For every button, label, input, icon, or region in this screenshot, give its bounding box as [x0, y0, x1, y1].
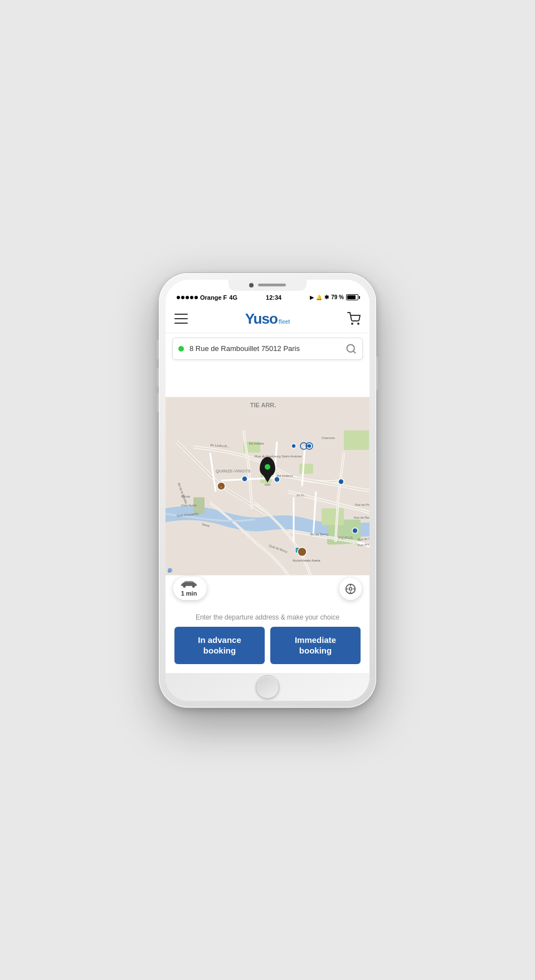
bottom-section: Enter the departure address & make your … [166, 608, 369, 673]
car-icon [180, 580, 198, 590]
car-time-label: 1 min [181, 590, 197, 597]
location-dot-icon [178, 346, 184, 352]
app-logo: Yusofleet [245, 310, 290, 328]
svg-point-15 [242, 476, 247, 481]
immediate-booking-button[interactable]: Immediatebooking [270, 627, 361, 664]
pin-shadow [264, 484, 271, 486]
speaker [258, 284, 286, 286]
svg-text:Rue de Picpus: Rue de Picpus [355, 503, 369, 506]
svg-rect-10 [299, 464, 313, 474]
svg-text:QUINZE-VINGTS: QUINZE-VINGTS [216, 468, 251, 473]
svg-text:Bd de Bercy: Bd de Bercy [310, 532, 329, 535]
carrier-label: Orange F [200, 294, 227, 301]
location-button[interactable] [339, 578, 362, 600]
svg-text:Bd Voltaire: Bd Voltaire [249, 441, 264, 445]
svg-point-13 [338, 479, 344, 484]
menu-button[interactable] [174, 314, 188, 324]
svg-text:Av D...: Av D... [296, 493, 307, 496]
svg-point-0 [352, 323, 353, 324]
status-bar: Orange F 4G 12:34 ▶ 🔔 ✱ 79 % [166, 290, 369, 305]
svg-text:PICPUS: PICPUS [338, 535, 353, 539]
cart-button[interactable] [347, 312, 361, 325]
svg-rect-6 [322, 508, 344, 525]
phone-screen: Orange F 4G 12:34 ▶ 🔔 ✱ 79 % [166, 280, 369, 701]
app-header: Yusofleet [166, 305, 369, 333]
address-text: 8 Rue de Rambouillet 75012 Paris [189, 344, 340, 353]
map-pin [260, 457, 275, 486]
home-button-area [166, 673, 369, 701]
svg-point-18 [307, 443, 312, 448]
svg-text:Charonne: Charonne [322, 436, 335, 439]
svg-point-53 [349, 587, 352, 590]
instruction-text: Enter the departure address & make your … [174, 613, 361, 621]
battery-percent: 79 % [331, 294, 344, 300]
svg-text:Cent-Auriol: Cent-Auriol [181, 503, 197, 506]
search-icon[interactable] [346, 343, 357, 354]
alarm-icon: 🔔 [316, 295, 322, 300]
svg-point-14 [352, 528, 358, 533]
map-svg: i QUINZE-VINGTS PICPUS AccorHotels Arena… [166, 364, 369, 608]
svg-text:Mazas: Mazas [181, 494, 190, 498]
network-label: 4G [229, 294, 237, 301]
advance-booking-button[interactable]: In advancebooking [174, 627, 265, 664]
svg-rect-8 [344, 430, 369, 450]
location-icon: ▶ [310, 295, 314, 300]
booking-buttons: In advancebooking Immediatebooking [174, 627, 361, 664]
status-right: ▶ 🔔 ✱ 79 % [310, 294, 358, 300]
svg-text:Bd Diderot: Bd Diderot [277, 474, 293, 477]
svg-point-47 [168, 568, 172, 572]
signal-strength [177, 296, 198, 299]
bluetooth-icon: ✱ [324, 294, 329, 300]
pin-body [260, 457, 275, 477]
svg-point-50 [184, 586, 185, 587]
search-bar[interactable]: 8 Rue de Rambouillet 75012 Paris [172, 338, 363, 360]
svg-text:Rue de Reuilly: Rue de Reuilly [354, 515, 369, 519]
time-display: 12:34 [266, 294, 281, 301]
battery-icon [346, 294, 358, 300]
svg-text:AccorHotels Arena: AccorHotels Arena [293, 558, 320, 562]
top-notch [228, 280, 307, 291]
svg-text:TIE ARR.: TIE ARR. [250, 401, 276, 408]
status-left: Orange F 4G [177, 294, 237, 301]
svg-point-51 [193, 586, 194, 587]
svg-line-3 [353, 350, 356, 353]
home-button[interactable] [256, 675, 279, 699]
svg-text:i: i [221, 485, 221, 488]
battery-fill [347, 295, 356, 299]
crosshair-icon [345, 583, 356, 594]
logo-sub: fleet [279, 319, 290, 325]
logo-main: Yuso [245, 310, 278, 328]
pin-dot [265, 464, 270, 470]
svg-point-1 [358, 323, 359, 324]
car-time-badge[interactable]: 1 min [173, 577, 207, 600]
phone-frame: Orange F 4G 12:34 ▶ 🔔 ✱ 79 % [159, 273, 376, 708]
svg-point-17 [291, 443, 296, 448]
camera [249, 283, 254, 287]
map-container[interactable]: i QUINZE-VINGTS PICPUS AccorHotels Arena… [166, 364, 369, 608]
svg-point-24 [298, 547, 307, 556]
